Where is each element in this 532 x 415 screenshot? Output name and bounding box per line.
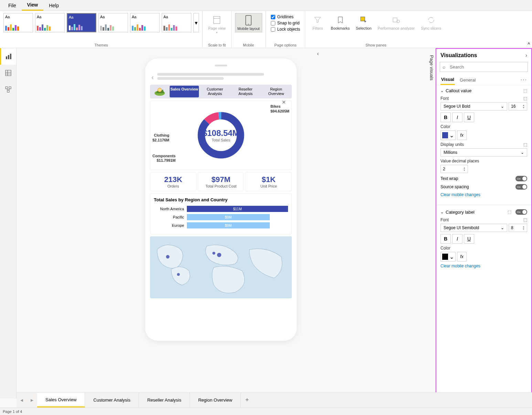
- page-next-icon[interactable]: ▸: [27, 393, 37, 407]
- map-visual[interactable]: [150, 236, 292, 298]
- page-view-button[interactable]: Page view ▾: [206, 13, 228, 35]
- bar-chart-visual[interactable]: Total Sales by Region and Country North …: [150, 193, 292, 234]
- kpi-cost[interactable]: $97MTotal Product Cost: [198, 172, 244, 191]
- collapse-pane-icon[interactable]: ‹: [315, 50, 321, 58]
- data-view-button[interactable]: [0, 65, 16, 81]
- text-wrap-toggle[interactable]: On: [515, 176, 527, 181]
- underline-button[interactable]: U: [464, 113, 474, 122]
- display-units-dropdown[interactable]: Millions⌄: [440, 148, 527, 157]
- menubar: File View Help: [0, 0, 532, 11]
- clear-mobile-changes-link-2[interactable]: Clear mobile changes: [440, 264, 527, 268]
- page-tab-customer[interactable]: Customer Analysis: [85, 393, 139, 407]
- gridlines-checkbox[interactable]: Gridlines: [271, 14, 300, 19]
- page-tab-reseller[interactable]: Reseller Analysis: [139, 393, 190, 407]
- back-icon[interactable]: ‹: [151, 73, 154, 81]
- filters-button[interactable]: Filters: [309, 13, 327, 32]
- lock-checkbox[interactable]: Lock objects: [271, 27, 300, 32]
- kpi-orders[interactable]: 213KOrders: [150, 172, 196, 191]
- phone-tab-reseller[interactable]: Reseller Analysis: [231, 86, 260, 97]
- svg-rect-14: [6, 87, 8, 89]
- page-tab-sales[interactable]: Sales Overview: [37, 393, 85, 407]
- underline-button[interactable]: U: [464, 234, 474, 244]
- report-view-button[interactable]: [0, 48, 16, 65]
- kpi-unit-price[interactable]: $1KUnit Price: [245, 172, 292, 191]
- source-spacing-label: Source spacing: [440, 184, 469, 189]
- mobile-format-icon[interactable]: ⬚: [523, 88, 527, 93]
- tab-general[interactable]: General: [459, 75, 476, 85]
- italic-button[interactable]: I: [452, 113, 462, 122]
- category-label-toggle[interactable]: On: [515, 209, 527, 215]
- search-icon: ⌕: [443, 64, 445, 70]
- phone-tab-sales[interactable]: Sales Overview: [170, 86, 199, 97]
- ribbon-themes-label: Themes: [94, 43, 108, 47]
- mobile-format-icon[interactable]: ⬚: [523, 217, 527, 222]
- category-color-picker[interactable]: ⌄: [440, 252, 456, 262]
- svg-rect-8: [8, 55, 9, 59]
- color-picker[interactable]: ⌄: [440, 130, 456, 140]
- chevron-down-icon: ⌄: [449, 254, 454, 260]
- add-page-button[interactable]: +: [241, 393, 253, 407]
- bold-button[interactable]: B: [440, 234, 451, 244]
- title-placeholder: [157, 73, 290, 81]
- source-spacing-toggle[interactable]: On: [515, 184, 527, 190]
- donut-label-bikes: Bikes$94.6205M: [270, 104, 289, 113]
- color-label: Color: [440, 246, 450, 251]
- more-options-icon[interactable]: ···: [521, 77, 527, 83]
- font-size-input[interactable]: 16▲▼: [509, 102, 527, 110]
- ribbon-panes-label: Show panes: [365, 43, 386, 47]
- mobile-layout-button[interactable]: Mobile layout: [235, 13, 262, 32]
- snap-checkbox[interactable]: Snap to grid: [271, 21, 300, 25]
- sync-slicers-button[interactable]: Sync slicers: [419, 13, 443, 32]
- bold-button[interactable]: B: [440, 113, 451, 122]
- section-category-label[interactable]: ⌄ Category label ⬚ On: [440, 209, 527, 215]
- left-nav-rail: [0, 48, 17, 398]
- status-bar: Page 1 of 4: [0, 407, 532, 415]
- selection-button[interactable]: Selection: [354, 13, 373, 32]
- section-callout-value[interactable]: ⌄ Callout value ⬚: [440, 88, 527, 93]
- menu-help[interactable]: Help: [43, 1, 64, 10]
- tab-visual[interactable]: Visual: [440, 75, 455, 85]
- menu-file[interactable]: File: [3, 1, 22, 10]
- model-view-button[interactable]: [0, 81, 16, 98]
- menu-view[interactable]: View: [22, 0, 44, 11]
- italic-button[interactable]: I: [452, 234, 462, 244]
- fx-button[interactable]: fx: [457, 252, 467, 262]
- svg-point-26: [177, 273, 180, 276]
- category-font-size-input[interactable]: 8▲▼: [509, 224, 527, 232]
- page-visuals-collapsed[interactable]: Page visuals: [428, 52, 436, 83]
- selection-icon: [358, 14, 369, 25]
- fx-button[interactable]: fx: [457, 130, 467, 140]
- theme-swatch-5[interactable]: Aa: [130, 13, 160, 32]
- funnel-icon: [312, 14, 323, 25]
- page-prev-icon[interactable]: ◂: [17, 393, 27, 407]
- performance-button[interactable]: Performance analyzer: [376, 13, 417, 32]
- expand-pane-icon[interactable]: ›: [525, 52, 527, 58]
- page-tab-region[interactable]: Region Overview: [190, 393, 241, 407]
- chevron-down-icon: ⌄: [501, 104, 504, 109]
- svg-rect-10: [6, 70, 11, 76]
- decimals-input[interactable]: 2▲▼: [440, 165, 468, 173]
- phone-tab-region[interactable]: Region Overview: [262, 86, 291, 97]
- clear-mobile-changes-link[interactable]: Clear mobile changes: [440, 192, 527, 197]
- category-font-dropdown[interactable]: Segoe UI Semibold⌄: [440, 224, 507, 232]
- mobile-format-icon[interactable]: ⬚: [523, 96, 527, 101]
- theme-swatch-4[interactable]: Aa: [98, 13, 128, 32]
- font-family-dropdown[interactable]: Segoe UI Bold⌄: [440, 102, 507, 110]
- bar-chart-title: Total Sales by Region and Country: [154, 197, 288, 202]
- page-view-label: Page view: [208, 26, 226, 30]
- mobile-format-icon[interactable]: ⬚: [523, 142, 527, 147]
- mobile-format-icon[interactable]: ⬚: [508, 210, 511, 214]
- donut-visual[interactable]: ✕ $108.54M Total Sales Bikes$94.6205M Cl…: [150, 100, 292, 170]
- ribbon-collapse-icon[interactable]: ^: [528, 42, 530, 47]
- donut-center-value: $108.54M: [203, 128, 240, 138]
- theme-swatch-3-active[interactable]: Aa: [67, 13, 96, 32]
- theme-swatch-1[interactable]: Aa: [3, 13, 33, 32]
- svg-point-25: [166, 255, 169, 258]
- theme-gallery-dropdown[interactable]: ▾: [193, 13, 199, 32]
- theme-swatch-6[interactable]: Aa: [162, 13, 191, 32]
- theme-swatch-2[interactable]: Aa: [35, 13, 65, 32]
- search-input[interactable]: [440, 62, 528, 72]
- phone-tab-customer[interactable]: Customer Analysis: [200, 86, 230, 97]
- bookmarks-button[interactable]: Bookmarks: [329, 13, 352, 32]
- bar-row: Pacific$9M: [154, 214, 288, 220]
